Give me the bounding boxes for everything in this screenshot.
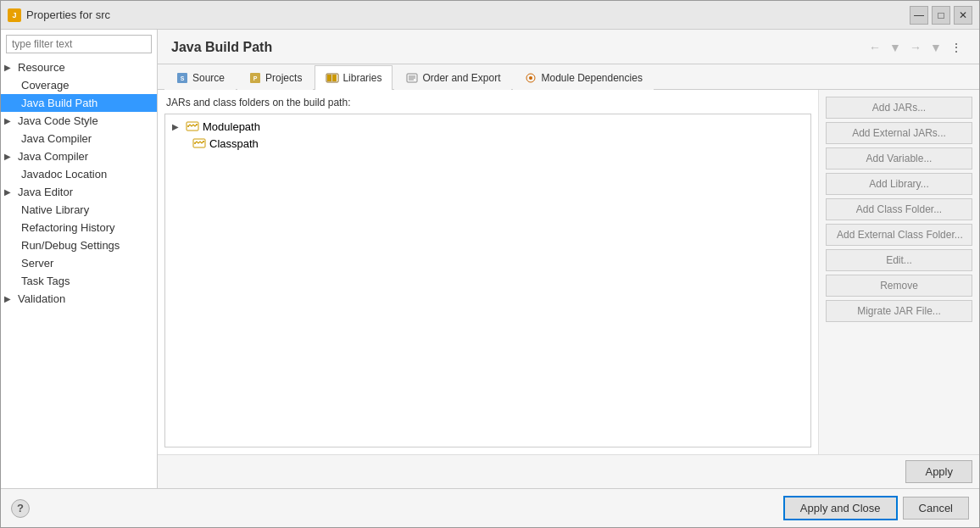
apply-section: Apply [158, 454, 979, 488]
svg-point-20 [194, 142, 196, 144]
sidebar-item-label: Server [21, 257, 53, 270]
panel-inner: JARs and class folders on the build path… [158, 90, 979, 454]
sidebar-item-javadoc-location[interactable]: Javadoc Location [1, 165, 157, 183]
tab-source[interactable]: S Source [164, 65, 236, 90]
add-jars-button[interactable]: Add JARs... [826, 97, 972, 119]
chevron-icon: ▶ [4, 63, 14, 72]
sidebar-item-label: Java Build Path [21, 97, 97, 109]
tree-description: JARs and class folders on the build path… [164, 97, 811, 108]
remove-button[interactable]: Remove [826, 275, 972, 297]
sidebar-item-label: Javadoc Location [21, 168, 107, 181]
panel-body: JARs and class folders on the build path… [158, 90, 979, 488]
order-tab-icon [405, 71, 419, 85]
sidebar-item-refactoring-history[interactable]: Refactoring History [1, 219, 157, 236]
main-header: Java Build Path ← ▼ → ▼ ⋮ [158, 30, 979, 64]
back-button[interactable]: ← [866, 38, 884, 57]
tree-area[interactable]: ▶ Modulepath [164, 114, 811, 447]
sidebar-item-run-debug-settings[interactable]: Run/Debug Settings [1, 236, 157, 254]
svg-point-17 [187, 125, 189, 127]
forward-button[interactable]: → [906, 38, 925, 57]
add-class-folder-button[interactable]: Add Class Folder... [826, 198, 972, 220]
window-controls: — □ ✕ [910, 6, 972, 25]
sidebar-item-coverage[interactable]: Coverage [1, 76, 157, 94]
classpath-icon [192, 136, 206, 150]
sidebar-item-java-build-path[interactable]: Java Build Path [1, 94, 157, 112]
sidebar-item-resource[interactable]: ▶ Resource [1, 58, 157, 76]
tab-libraries-label: Libraries [342, 72, 381, 84]
apply-and-close-button[interactable]: Apply and Close [783, 496, 898, 520]
forward-dropdown-button[interactable]: ▼ [927, 38, 945, 57]
sidebar-item-java-editor[interactable]: ▶ Java Editor [1, 183, 157, 201]
modulepath-icon [186, 119, 199, 133]
sidebar-item-java-compiler-1[interactable]: Java Compiler [1, 130, 157, 147]
tab-libraries[interactable]: Libraries [315, 65, 393, 90]
edit-button[interactable]: Edit... [826, 249, 972, 271]
migrate-jar-button[interactable]: Migrate JAR File... [826, 300, 972, 322]
add-external-jars-button[interactable]: Add External JARs... [826, 122, 972, 144]
svg-text:P: P [253, 75, 258, 81]
sidebar-item-label: Run/Debug Settings [21, 239, 120, 252]
svg-rect-7 [327, 75, 331, 81]
cancel-button[interactable]: Cancel [903, 497, 969, 520]
bottom-bar: ? Apply and Close Cancel [1, 488, 979, 527]
tab-module-dependencies[interactable]: Module Dependencies [513, 65, 653, 90]
tab-order-label: Order and Export [422, 72, 500, 84]
svg-rect-8 [332, 75, 337, 81]
svg-point-18 [196, 124, 198, 125]
sidebar-item-java-code-style[interactable]: ▶ Java Code Style [1, 112, 157, 130]
help-button[interactable]: ? [11, 499, 30, 518]
sidebar-item-native-library[interactable]: Native Library [1, 201, 157, 219]
title-bar: J Properties for src — □ ✕ [1, 1, 979, 30]
back-dropdown-button[interactable]: ▼ [886, 38, 905, 57]
tree-expand-icon: ▶ [172, 122, 186, 131]
chevron-icon: ▶ [4, 116, 14, 125]
sidebar: ▶ Resource Coverage Java Build Path ▶ Ja… [1, 30, 158, 488]
tree-item-classpath[interactable]: Classpath [165, 135, 810, 152]
add-external-class-folder-button[interactable]: Add External Class Folder... [826, 224, 972, 246]
sidebar-item-label: Coverage [21, 79, 69, 92]
tree-item-modulepath-label: Modulepath [203, 120, 260, 133]
close-button[interactable]: ✕ [954, 6, 972, 25]
sidebar-item-label: Refactoring History [21, 221, 115, 234]
sidebar-item-label: Task Tags [21, 275, 70, 287]
tab-order-export[interactable]: Order and Export [394, 65, 511, 90]
tab-projects[interactable]: P Projects [237, 65, 313, 90]
menu-button[interactable]: ⋮ [947, 38, 966, 57]
projects-tab-icon: P [248, 71, 262, 85]
sidebar-item-label: Java Compiler [21, 132, 92, 145]
add-library-button[interactable]: Add Library... [826, 173, 972, 195]
sidebar-item-label: Java Code Style [18, 114, 98, 127]
minimize-button[interactable]: — [910, 6, 928, 25]
module-tab-icon [524, 71, 537, 85]
sidebar-item-java-compiler-2[interactable]: ▶ Java Compiler [1, 147, 157, 165]
header-icons: ← ▼ → ▼ ⋮ [866, 38, 966, 57]
tab-module-label: Module Dependencies [541, 72, 642, 84]
page-title: Java Build Path [171, 40, 272, 55]
tree-area-wrapper: JARs and class folders on the build path… [158, 90, 818, 454]
sidebar-item-label: Validation [18, 292, 65, 305]
apply-button[interactable]: Apply [905, 460, 972, 483]
sidebar-item-label: Native Library [21, 203, 89, 216]
sidebar-item-task-tags[interactable]: Task Tags [1, 272, 157, 290]
chevron-icon: ▶ [4, 187, 14, 197]
source-tab-icon: S [175, 71, 189, 85]
window-icon: J [8, 8, 21, 22]
content-area: ▶ Resource Coverage Java Build Path ▶ Ja… [1, 30, 979, 488]
title-bar-left: J Properties for src [8, 8, 110, 22]
tab-projects-label: Projects [265, 72, 302, 84]
tabs-bar: S Source P Projects [158, 64, 979, 90]
tab-source-label: Source [192, 72, 225, 84]
sidebar-item-label: Java Compiler [18, 150, 88, 163]
properties-dialog: J Properties for src — □ ✕ ▶ Resource [0, 0, 980, 528]
maximize-button[interactable]: □ [932, 6, 950, 25]
window-title: Properties for src [26, 8, 110, 21]
sidebar-item-validation[interactable]: ▶ Validation [1, 290, 157, 308]
svg-text:S: S [181, 75, 185, 81]
filter-input[interactable] [6, 35, 152, 53]
tree-item-modulepath[interactable]: ▶ Modulepath [165, 118, 810, 135]
svg-text:J: J [12, 11, 16, 19]
add-variable-button[interactable]: Add Variable... [826, 147, 972, 170]
svg-point-15 [529, 76, 532, 80]
sidebar-item-server[interactable]: Server [1, 254, 157, 272]
main-panel: Java Build Path ← ▼ → ▼ ⋮ S [158, 30, 979, 488]
